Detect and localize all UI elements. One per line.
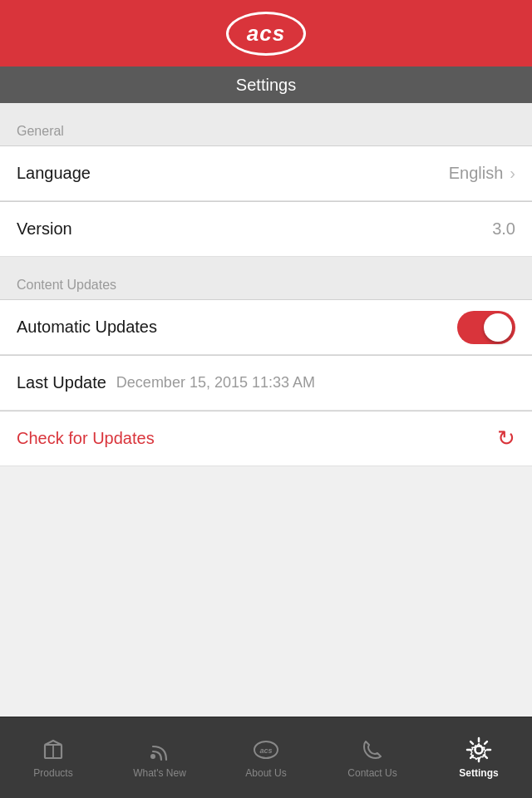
app-header: acs [0, 0, 532, 66]
refresh-icon: ↻ [497, 426, 515, 451]
language-chevron-icon: › [510, 164, 515, 183]
check-updates-label: Check for Updates [17, 429, 155, 448]
phone-icon [359, 736, 386, 763]
svg-line-13 [485, 756, 487, 758]
last-update-label: Last Update [17, 373, 106, 392]
version-row: Version 3.0 [0, 202, 532, 257]
svg-point-3 [150, 754, 155, 759]
content-area: General Language English › Version 3.0 C… [0, 103, 532, 717]
tab-settings[interactable]: Settings [426, 717, 532, 798]
toggle-track [457, 311, 515, 344]
tab-bar: Products What's New acs About Us Contact… [0, 717, 532, 798]
box-icon [40, 736, 66, 763]
check-updates-row[interactable]: Check for Updates ↻ [0, 411, 532, 466]
content-updates-section-label: Content Updates [17, 278, 116, 293]
tab-whats-new[interactable]: What's New [106, 717, 213, 798]
content-updates-section-header: Content Updates [0, 257, 532, 300]
general-section-label: General [17, 124, 64, 139]
automatic-updates-row[interactable]: Automatic Updates [0, 300, 532, 355]
automatic-updates-toggle[interactable] [457, 311, 515, 344]
app-logo: acs [226, 12, 306, 56]
last-update-row: Last Update December 15, 2015 11:33 AM [0, 356, 532, 411]
tab-contact-us[interactable]: Contact Us [319, 717, 426, 798]
automatic-updates-label: Automatic Updates [17, 318, 157, 337]
svg-line-14 [485, 741, 487, 744]
svg-text:acs: acs [259, 746, 272, 755]
tab-whats-new-label: What's New [133, 767, 186, 779]
version-label: Version [17, 219, 72, 239]
tab-about-us[interactable]: acs About Us [213, 717, 319, 798]
tab-products[interactable]: Products [0, 717, 106, 798]
language-label: Language [17, 164, 91, 183]
svg-line-12 [470, 741, 473, 744]
nav-bar: Settings [0, 66, 532, 103]
tab-settings-label: Settings [459, 767, 498, 779]
toggle-thumb [484, 313, 512, 342]
language-value: English › [449, 164, 515, 183]
general-section-header: General [0, 103, 532, 146]
tab-about-us-label: About Us [245, 767, 286, 779]
version-value: 3.0 [492, 219, 515, 239]
svg-marker-1 [45, 741, 62, 745]
last-update-value: December 15, 2015 11:33 AM [116, 374, 315, 392]
acs-logo-icon: acs [253, 736, 279, 763]
rss-icon [146, 736, 173, 763]
language-row[interactable]: Language English › [0, 146, 532, 201]
nav-bar-title: Settings [236, 76, 296, 95]
tab-products-label: Products [33, 767, 72, 779]
tab-contact-us-label: Contact Us [347, 767, 397, 779]
svg-point-7 [475, 746, 483, 754]
settings-icon [466, 736, 492, 763]
